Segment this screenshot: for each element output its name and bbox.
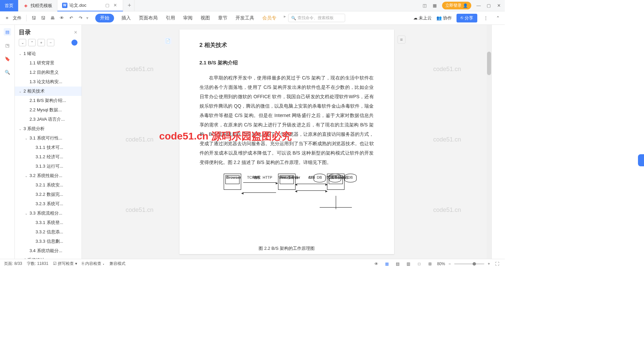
toc-item[interactable]: 2.3 JAVA 语言介... [15, 115, 82, 124]
save-as-icon[interactable]: 🖫 [39, 14, 47, 22]
fit-icon[interactable]: ⊞ [426, 260, 434, 268]
ribbon-tabs: 开始 插入 页面布局 引用 审阅 视图 章节 开发工具 会员专 ▸ [95, 14, 286, 22]
cloud-icon: ☁ [413, 15, 418, 20]
ribbon-tab-view[interactable]: 视图 [200, 14, 211, 22]
more-icon[interactable]: ⋮ [482, 14, 489, 22]
maximize-icon[interactable]: ▢ [486, 3, 491, 8]
view-read-icon[interactable]: □ [416, 260, 423, 268]
page-action-icon[interactable]: 📄 [165, 38, 171, 44]
toc-item[interactable]: 3.1.1 技术可... [15, 143, 82, 152]
toc-item[interactable]: 3.2.3 系统可... [15, 199, 82, 209]
scroll-thumb[interactable] [487, 52, 491, 75]
scrollbar[interactable] [487, 25, 491, 259]
toc-item[interactable]: 3.3.1 系统登... [15, 218, 82, 227]
bookmark-icon[interactable]: 🔖 [4, 55, 11, 62]
status-bar: 页面: 8/33 字数: 11831 ☑ 拼写检查 ▾ ⎘ 内容检查 ▾ 兼容模… [0, 259, 505, 268]
new-tab-button[interactable]: + [123, 0, 135, 11]
toc-item[interactable]: ⌄3 系统分析 [15, 124, 82, 133]
outline-icon[interactable]: ▤ [4, 28, 11, 36]
compat-mode: 兼容模式 [109, 261, 125, 267]
toc-item[interactable]: ⌄4 系统设计 [15, 255, 82, 259]
tab-template[interactable]: ◈ 找稻壳模板 [18, 0, 57, 11]
toc-item[interactable]: ⌄1 绪论 [15, 49, 82, 58]
ribbon-tab-dev[interactable]: 开发工具 [235, 14, 255, 22]
document-viewport[interactable]: 📄 ≡ 2 相关技术 2.1 B/S 架构介绍 在早期的程序开发中，使用得最多的… [82, 25, 491, 259]
user-icon: 👤 [463, 3, 468, 8]
zoom-slider[interactable] [454, 263, 484, 265]
close-icon[interactable]: ✕ [496, 3, 501, 8]
sidebar: ▤ ◳ 🔖 🔍 [0, 25, 15, 259]
redo-icon[interactable]: ↷ [77, 14, 84, 22]
toc-item[interactable]: 1.3 论文结构安... [15, 77, 82, 87]
print-icon[interactable]: 🖶 [49, 14, 56, 22]
collapse-ribbon-icon[interactable]: ⌃ [494, 14, 501, 22]
fullscreen-icon[interactable]: ⛶ [493, 260, 501, 268]
view-web-icon[interactable]: ▥ [405, 260, 412, 268]
login-button[interactable]: 立即登录👤 [442, 2, 471, 9]
print-preview-icon[interactable]: 👁 [58, 14, 65, 22]
toc-item[interactable]: ⌄3.2 系统性能分... [15, 171, 82, 180]
expand-panel-icon[interactable]: ≡ [397, 36, 406, 44]
toc-item[interactable]: 3.3.2 信息添... [15, 227, 82, 237]
tab-document[interactable]: W 论文.doc ▢ ✕ [57, 0, 123, 11]
zoom-label[interactable]: 80% [437, 262, 445, 266]
ribbon-tab-layout[interactable]: 页面布局 [138, 14, 158, 22]
bs-architecture-diagram: Browser Web Server DB Server 请求 TCP/IP、H… [216, 174, 357, 237]
menu-icon[interactable]: ≡ [3, 14, 11, 22]
coop-button[interactable]: 👥 协作 [436, 15, 452, 21]
toc-item[interactable]: 3.4 系统功能分... [15, 246, 82, 255]
view-outline-icon[interactable]: ▤ [394, 260, 401, 268]
toc-item[interactable]: 3.2.2 数据完... [15, 190, 82, 199]
command-search[interactable]: 🔍 查找命令、搜索模板 [288, 14, 345, 22]
apps-icon[interactable]: ▦ [432, 3, 437, 8]
zoom-out-icon[interactable]: − [448, 262, 451, 266]
toc-settings-icon[interactable] [71, 40, 77, 46]
title-bar: 首页 ◈ 找稻壳模板 W 论文.doc ▢ ✕ + ◫ ▦ 立即登录👤 — ▢ … [0, 0, 505, 11]
ribbon-tab-chapter[interactable]: 章节 [217, 14, 228, 22]
wps-icon: W [62, 3, 67, 8]
save-icon[interactable]: 🖫 [30, 14, 37, 22]
toc-item[interactable]: 1.1 研究背景 [15, 58, 82, 68]
share-icon: ⎋ [461, 15, 463, 21]
close-tab-icon[interactable]: ✕ [113, 3, 118, 8]
toc-item[interactable]: ⌄2 相关技术 [15, 87, 82, 96]
tab-home[interactable]: 首页 [0, 0, 18, 11]
toc-item[interactable]: 3.1.2 经济可... [15, 152, 82, 162]
toc-item[interactable]: ⌄3.3 系统流程分... [15, 209, 82, 218]
toc-title: 目录 [19, 28, 31, 36]
nav-icon[interactable]: ◳ [4, 42, 11, 49]
ribbon-tab-ref[interactable]: 引用 [165, 14, 176, 22]
toc-item[interactable]: 2.1 B/S 架构介绍... [15, 96, 82, 105]
toc-item[interactable]: 2.2 Mysql 数据... [15, 105, 82, 115]
ribbon-tab-insert[interactable]: 插入 [121, 14, 131, 22]
toc-item[interactable]: 3.3.3 信息删... [15, 237, 82, 246]
toc-add[interactable]: + [38, 39, 45, 46]
find-icon[interactable]: 🔍 [4, 68, 11, 76]
ribbon-tab-vip[interactable]: 会员专 [262, 14, 277, 22]
spellcheck-button[interactable]: ☑ 拼写检查 ▾ [53, 261, 77, 267]
ribbon-tab-start[interactable]: 开始 [95, 14, 114, 22]
char-count[interactable]: 字数: 11831 [27, 261, 48, 267]
file-menu[interactable]: 文件 [13, 15, 21, 21]
minimize-icon[interactable]: — [476, 3, 481, 8]
toc-close-icon[interactable]: ✕ [74, 30, 77, 35]
toc-remove[interactable]: − [47, 39, 54, 46]
present-icon[interactable]: ▢ [105, 3, 110, 8]
toc-item[interactable]: 3.1.3 运行可... [15, 162, 82, 171]
ribbon-tab-review[interactable]: 审阅 [182, 14, 193, 22]
layout-icon[interactable]: ◫ [422, 3, 427, 8]
view-page-icon[interactable]: ▦ [383, 260, 391, 268]
chapter-heading: 2 相关技术 [200, 40, 374, 51]
toc-collapse-all[interactable]: ⌄ [19, 39, 26, 46]
toc-item[interactable]: 3.2.1 系统安... [15, 180, 82, 190]
toc-item[interactable]: ⌄3.1 系统可行性... [15, 133, 82, 143]
page-indicator[interactable]: 页面: 8/33 [4, 261, 22, 267]
share-button[interactable]: ⎋分享 [457, 14, 477, 22]
toc-expand-all[interactable]: ⌃ [28, 39, 36, 46]
toc-item[interactable]: 1.2 目的和意义 [15, 68, 82, 77]
cloud-status[interactable]: ☁ 未上云 [413, 15, 432, 21]
eye-icon[interactable]: 👁 [373, 260, 380, 268]
content-check-button[interactable]: ⎘ 内容检查 ▾ [82, 261, 105, 267]
undo-icon[interactable]: ↶ [67, 14, 75, 22]
zoom-in-icon[interactable]: + [488, 262, 490, 266]
